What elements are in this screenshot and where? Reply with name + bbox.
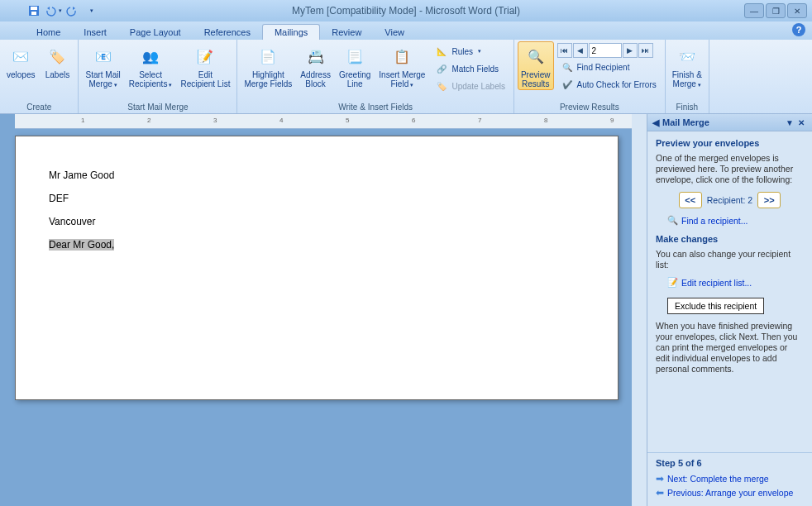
horizontal-ruler[interactable]: 1 2 3 4 5 6 7 8 9 [15, 114, 632, 129]
group-label: Preview Results [518, 102, 662, 113]
tp-text: You can also change your recipient list: [656, 249, 804, 270]
mail-merge-task-pane: ◀ Mail Merge ▼ ✕ Preview your envelopes … [647, 114, 812, 506]
insert-merge-field-button[interactable]: 📋Insert MergeField▾ [375, 41, 428, 91]
arrow-right-icon: ➡ [656, 473, 664, 485]
search-icon: 🔍 [667, 215, 678, 226]
title-bar: ▾ ▾ MyTem [Compatibility Mode] - Microso… [0, 0, 812, 21]
last-record-button[interactable]: ⏭ [638, 43, 653, 58]
close-button[interactable]: ✕ [787, 3, 807, 18]
prev-step-link[interactable]: ⬅Previous: Arrange your envelope [656, 487, 804, 499]
label: Update Labels [451, 82, 505, 91]
task-pane-body: Preview your envelopes One of the merged… [647, 131, 812, 452]
workspace: 1 2 3 4 5 6 7 8 9 Mr Jame Good DEF Vanco… [0, 114, 812, 506]
ruler-tick: 6 [412, 117, 415, 124]
envelopes-button[interactable]: ✉️velopes [3, 41, 38, 81]
ruler-tick: 3 [213, 117, 217, 124]
ruler-tick: 8 [544, 117, 547, 124]
select-recipients-button[interactable]: 👥SelectRecipients▾ [126, 41, 176, 91]
label: Auto Check for Errors [577, 80, 657, 89]
back-icon[interactable]: ◀ [652, 117, 659, 128]
ruler-tick: 9 [610, 117, 614, 124]
label: Find Recipient [577, 63, 630, 72]
record-number-input[interactable] [589, 43, 622, 58]
update-labels-button: 🏷️Update Labels [432, 78, 509, 94]
rules-button[interactable]: 📐Rules▾ [432, 43, 509, 60]
tab-home[interactable]: Home [25, 25, 72, 40]
address-block-button[interactable]: 📇AddressBlock [297, 41, 334, 90]
doc-line: Mr Jame Good [49, 169, 585, 181]
label: SelectRecipients [129, 70, 168, 88]
labels-button[interactable]: 🏷️Labels [40, 41, 74, 81]
doc-line: DEF [49, 193, 585, 204]
label: Rules [451, 47, 473, 56]
ribbon: ✉️velopes 🏷️Labels Create 📧Start MailMer… [0, 40, 812, 114]
ruler-tick: 5 [346, 117, 349, 124]
tab-insert[interactable]: Insert [72, 25, 118, 40]
task-pane-header: ◀ Mail Merge ▼ ✕ [647, 114, 812, 131]
ruler-tick: 2 [147, 117, 150, 124]
recipient-label: Recipient: 2 [707, 195, 752, 205]
edit-recipient-list-button[interactable]: 📝EditRecipient List [177, 41, 233, 90]
doc-line: Vancouver [49, 216, 585, 227]
find-recipient-link[interactable]: 🔍Find a recipient... [667, 215, 804, 226]
greeting-line-button[interactable]: 📃GreetingLine [336, 41, 374, 90]
group-write-insert: 📄HighlightMerge Fields 📇AddressBlock 📃Gr… [237, 40, 514, 113]
label: Insert MergeField [379, 70, 425, 88]
next-record-button[interactable]: ▶ [623, 43, 638, 58]
document-area: 1 2 3 4 5 6 7 8 9 Mr Jame Good DEF Vanco… [0, 114, 647, 506]
tab-page-layout[interactable]: Page Layout [118, 25, 193, 40]
tab-references[interactable]: References [193, 25, 262, 40]
tp-heading: Preview your envelopes [656, 138, 804, 148]
redo-button[interactable] [63, 2, 81, 20]
svg-rect-1 [31, 7, 37, 10]
highlight-merge-fields-button[interactable]: 📄HighlightMerge Fields [241, 41, 295, 90]
step-indicator: Step 5 of 6 [656, 458, 804, 468]
next-step-link[interactable]: ➡Next: Complete the merge [656, 473, 804, 485]
task-pane-close-button[interactable]: ✕ [795, 117, 807, 128]
ribbon-tabs: Home Insert Page Layout References Maili… [0, 21, 812, 40]
next-recipient-button[interactable]: >> [757, 192, 781, 208]
group-label: Start Mail Merge [82, 102, 233, 113]
task-pane-footer: Step 5 of 6 ➡Next: Complete the merge ⬅P… [647, 452, 812, 506]
minimize-button[interactable]: — [744, 3, 764, 18]
document-page[interactable]: Mr Jame Good DEF Vancouver Dear Mr Good, [15, 136, 619, 400]
exclude-recipient-button[interactable]: Exclude this recipient [667, 298, 764, 314]
group-preview-results: 🔍PreviewResults ⏮ ◀ ▶ ⏭ 🔍Find Recipient … [514, 40, 666, 113]
group-create: ✉️velopes 🏷️Labels Create [0, 40, 79, 113]
prev-record-button[interactable]: ◀ [573, 43, 588, 58]
preview-results-button[interactable]: 🔍PreviewResults [518, 41, 554, 90]
group-start-mail-merge: 📧Start MailMerge▾ 👥SelectRecipients▾ 📝Ed… [79, 40, 237, 113]
label: Previous: Arrange your envelope [667, 488, 793, 498]
edit-recipient-list-link[interactable]: 📝Edit recipient list... [667, 277, 804, 288]
match-fields-button[interactable]: 🔗Match Fields [432, 60, 509, 77]
ruler-tick: 1 [81, 117, 84, 124]
arrow-left-icon: ⬅ [656, 487, 664, 499]
tab-view[interactable]: View [373, 25, 416, 40]
ruler-tick: 4 [279, 117, 283, 124]
group-finish: 📨Finish &Merge▾ Finish [666, 40, 709, 113]
label: Next: Complete the merge [667, 474, 769, 484]
label: Match Fields [451, 64, 499, 74]
prev-recipient-button[interactable]: << [679, 192, 702, 208]
vertical-scrollbar[interactable] [632, 114, 647, 506]
finish-merge-button[interactable]: 📨Finish &Merge▾ [669, 41, 705, 91]
start-mail-merge-button[interactable]: 📧Start MailMerge▾ [82, 41, 123, 91]
quick-access-toolbar: ▾ ▾ [25, 2, 100, 20]
tab-mailings[interactable]: Mailings [262, 24, 320, 40]
undo-button[interactable]: ▾ [44, 2, 62, 20]
group-label: Write & Insert Fields [241, 102, 510, 113]
save-button[interactable] [25, 2, 43, 20]
first-record-button[interactable]: ⏮ [557, 43, 572, 58]
tab-review[interactable]: Review [320, 25, 373, 40]
window-title: MyTem [Compatibility Mode] - Microsoft W… [292, 5, 520, 17]
qat-customize-button[interactable]: ▾ [82, 2, 100, 20]
find-recipient-button[interactable]: 🔍Find Recipient [557, 59, 660, 75]
task-pane-title: Mail Merge [662, 117, 784, 127]
dropdown-icon[interactable]: ▼ [784, 117, 795, 128]
edit-icon: 📝 [667, 277, 678, 288]
group-label: Finish [669, 102, 705, 113]
greeting-field[interactable]: Dear Mr Good, [49, 239, 114, 251]
restore-button[interactable]: ❐ [766, 3, 786, 18]
auto-check-errors-button[interactable]: ✔️Auto Check for Errors [557, 76, 660, 93]
help-icon[interactable]: ? [792, 23, 805, 36]
